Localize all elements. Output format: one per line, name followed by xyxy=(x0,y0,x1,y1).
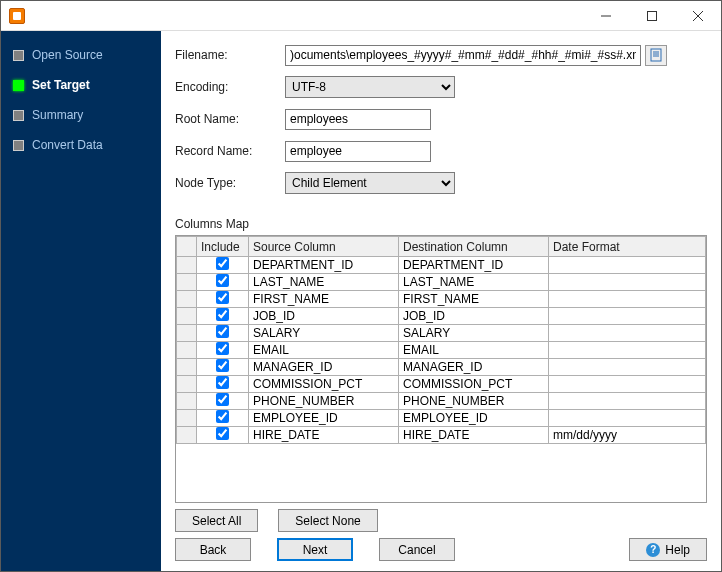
col-header-date-format[interactable]: Date Format xyxy=(549,237,706,257)
include-checkbox[interactable] xyxy=(216,342,229,355)
destination-column-cell[interactable]: PHONE_NUMBER xyxy=(399,393,549,410)
table-row[interactable]: EMPLOYEE_IDEMPLOYEE_ID xyxy=(177,410,706,427)
date-format-cell[interactable] xyxy=(549,359,706,376)
include-cell[interactable] xyxy=(197,427,249,444)
row-header-cell[interactable] xyxy=(177,427,197,444)
next-button[interactable]: Next xyxy=(277,538,353,561)
maximize-button[interactable] xyxy=(629,1,675,31)
cancel-button[interactable]: Cancel xyxy=(379,538,455,561)
source-column-cell[interactable]: DEPARTMENT_ID xyxy=(249,257,399,274)
row-header-cell[interactable] xyxy=(177,308,197,325)
source-column-cell[interactable]: LAST_NAME xyxy=(249,274,399,291)
include-cell[interactable] xyxy=(197,393,249,410)
source-column-cell[interactable]: EMAIL xyxy=(249,342,399,359)
include-cell[interactable] xyxy=(197,325,249,342)
source-column-cell[interactable]: JOB_ID xyxy=(249,308,399,325)
row-header-cell[interactable] xyxy=(177,291,197,308)
col-header-include[interactable]: Include xyxy=(197,237,249,257)
destination-column-cell[interactable]: FIRST_NAME xyxy=(399,291,549,308)
date-format-cell[interactable] xyxy=(549,257,706,274)
include-checkbox[interactable] xyxy=(216,376,229,389)
step-set-target[interactable]: Set Target xyxy=(7,73,155,97)
include-checkbox[interactable] xyxy=(216,359,229,372)
destination-column-cell[interactable]: COMMISSION_PCT xyxy=(399,376,549,393)
include-cell[interactable] xyxy=(197,308,249,325)
include-cell[interactable] xyxy=(197,291,249,308)
include-cell[interactable] xyxy=(197,274,249,291)
table-row[interactable]: FIRST_NAMEFIRST_NAME xyxy=(177,291,706,308)
include-checkbox[interactable] xyxy=(216,393,229,406)
table-row[interactable]: MANAGER_IDMANAGER_ID xyxy=(177,359,706,376)
include-cell[interactable] xyxy=(197,257,249,274)
destination-column-cell[interactable]: SALARY xyxy=(399,325,549,342)
include-checkbox[interactable] xyxy=(216,427,229,440)
table-row[interactable]: SALARYSALARY xyxy=(177,325,706,342)
row-header-cell[interactable] xyxy=(177,359,197,376)
include-checkbox[interactable] xyxy=(216,257,229,270)
row-header-cell[interactable] xyxy=(177,325,197,342)
filename-input[interactable] xyxy=(285,45,641,66)
help-button[interactable]: ? Help xyxy=(629,538,707,561)
step-convert-data[interactable]: Convert Data xyxy=(7,133,155,157)
row-header-cell[interactable] xyxy=(177,376,197,393)
include-cell[interactable] xyxy=(197,359,249,376)
root-name-input[interactable] xyxy=(285,109,431,130)
date-format-cell[interactable]: mm/dd/yyyy xyxy=(549,427,706,444)
node-type-select[interactable]: Child Element xyxy=(285,172,455,194)
step-open-source[interactable]: Open Source xyxy=(7,43,155,67)
destination-column-cell[interactable]: EMPLOYEE_ID xyxy=(399,410,549,427)
table-row[interactable]: COMMISSION_PCTCOMMISSION_PCT xyxy=(177,376,706,393)
browse-file-button[interactable] xyxy=(645,45,667,66)
include-checkbox[interactable] xyxy=(216,325,229,338)
row-header-cell[interactable] xyxy=(177,342,197,359)
close-button[interactable] xyxy=(675,1,721,31)
table-row[interactable]: LAST_NAMELAST_NAME xyxy=(177,274,706,291)
back-button[interactable]: Back xyxy=(175,538,251,561)
source-column-cell[interactable]: HIRE_DATE xyxy=(249,427,399,444)
columns-map-grid[interactable]: Include Source Column Destination Column… xyxy=(175,235,707,503)
destination-column-cell[interactable]: DEPARTMENT_ID xyxy=(399,257,549,274)
date-format-cell[interactable] xyxy=(549,342,706,359)
table-row[interactable]: JOB_IDJOB_ID xyxy=(177,308,706,325)
table-row[interactable]: HIRE_DATEHIRE_DATEmm/dd/yyyy xyxy=(177,427,706,444)
include-cell[interactable] xyxy=(197,342,249,359)
row-header-cell[interactable] xyxy=(177,257,197,274)
source-column-cell[interactable]: COMMISSION_PCT xyxy=(249,376,399,393)
destination-column-cell[interactable]: JOB_ID xyxy=(399,308,549,325)
col-header-source[interactable]: Source Column xyxy=(249,237,399,257)
destination-column-cell[interactable]: MANAGER_ID xyxy=(399,359,549,376)
date-format-cell[interactable] xyxy=(549,291,706,308)
source-column-cell[interactable]: SALARY xyxy=(249,325,399,342)
select-none-button[interactable]: Select None xyxy=(278,509,377,532)
table-row[interactable]: PHONE_NUMBERPHONE_NUMBER xyxy=(177,393,706,410)
date-format-cell[interactable] xyxy=(549,393,706,410)
row-header-cell[interactable] xyxy=(177,274,197,291)
step-summary[interactable]: Summary xyxy=(7,103,155,127)
include-cell[interactable] xyxy=(197,410,249,427)
include-checkbox[interactable] xyxy=(216,410,229,423)
include-cell[interactable] xyxy=(197,376,249,393)
include-checkbox[interactable] xyxy=(216,291,229,304)
row-header-cell[interactable] xyxy=(177,410,197,427)
source-column-cell[interactable]: PHONE_NUMBER xyxy=(249,393,399,410)
date-format-cell[interactable] xyxy=(549,410,706,427)
source-column-cell[interactable]: FIRST_NAME xyxy=(249,291,399,308)
encoding-select[interactable]: UTF-8 xyxy=(285,76,455,98)
destination-column-cell[interactable]: EMAIL xyxy=(399,342,549,359)
row-header-cell[interactable] xyxy=(177,393,197,410)
include-checkbox[interactable] xyxy=(216,308,229,321)
destination-column-cell[interactable]: HIRE_DATE xyxy=(399,427,549,444)
col-header-destination[interactable]: Destination Column xyxy=(399,237,549,257)
include-checkbox[interactable] xyxy=(216,274,229,287)
source-column-cell[interactable]: MANAGER_ID xyxy=(249,359,399,376)
select-all-button[interactable]: Select All xyxy=(175,509,258,532)
minimize-button[interactable] xyxy=(583,1,629,31)
date-format-cell[interactable] xyxy=(549,308,706,325)
date-format-cell[interactable] xyxy=(549,376,706,393)
date-format-cell[interactable] xyxy=(549,274,706,291)
destination-column-cell[interactable]: LAST_NAME xyxy=(399,274,549,291)
source-column-cell[interactable]: EMPLOYEE_ID xyxy=(249,410,399,427)
table-row[interactable]: DEPARTMENT_IDDEPARTMENT_ID xyxy=(177,257,706,274)
table-row[interactable]: EMAILEMAIL xyxy=(177,342,706,359)
record-name-input[interactable] xyxy=(285,141,431,162)
